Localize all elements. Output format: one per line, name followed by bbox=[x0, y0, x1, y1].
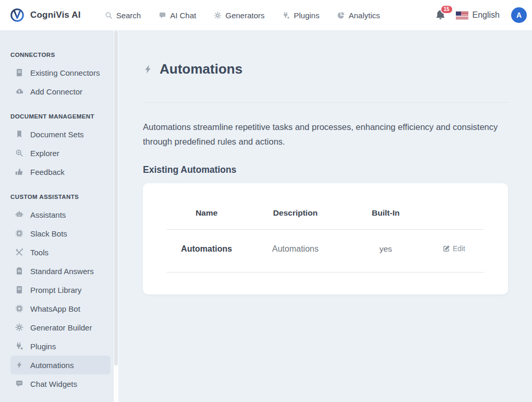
sidebar-item-label: Automations bbox=[30, 361, 74, 370]
sidebar-item-feedback[interactable]: Feedback bbox=[10, 162, 111, 181]
sidebar-item-standard-answers[interactable]: Standard Answers bbox=[10, 262, 111, 280]
nav-item-analytics[interactable]: Analytics bbox=[337, 11, 380, 20]
clipboard-icon bbox=[15, 267, 23, 275]
nav-item-label: Generators bbox=[225, 11, 264, 20]
sidebar-section-document-management: DOCUMENT MANAGEMENT bbox=[0, 113, 114, 120]
topbar-right: 15 English A bbox=[436, 7, 532, 23]
main-content: Automations Automations streamline repet… bbox=[118, 31, 532, 402]
column-header-description: Description bbox=[246, 208, 344, 230]
column-header-actions bbox=[427, 208, 484, 230]
page-title-row: Automations bbox=[143, 52, 508, 87]
sidebar-section-custom-assistants: CUSTOM ASSISTANTS bbox=[0, 194, 114, 200]
language-label: English bbox=[473, 10, 500, 20]
nav-item-ai-chat[interactable]: AI Chat bbox=[159, 11, 196, 20]
search-plus-icon bbox=[15, 149, 23, 157]
cell-description: Automations bbox=[246, 229, 344, 272]
journal-icon bbox=[15, 68, 23, 77]
bookmark-icon bbox=[15, 130, 23, 138]
sidebar-scrollbar-thumb[interactable] bbox=[114, 31, 118, 365]
cell-name: Automations bbox=[167, 229, 246, 272]
sidebar-item-tools[interactable]: Tools bbox=[10, 243, 111, 262]
bolt-icon bbox=[15, 361, 23, 369]
language-selector[interactable]: English bbox=[456, 10, 500, 20]
sidebar-item-label: WhatsApp Bot bbox=[30, 304, 80, 313]
nav-item-search[interactable]: Search bbox=[105, 11, 141, 20]
plug-icon bbox=[282, 11, 290, 19]
gear-icon bbox=[15, 323, 23, 332]
top-navigation: Search AI Chat Generators Plugins Analyt… bbox=[105, 11, 380, 20]
journal-icon bbox=[15, 286, 23, 294]
nav-item-label: Search bbox=[116, 11, 141, 20]
notifications-button[interactable]: 15 bbox=[436, 9, 445, 21]
automations-table-card: Name Description Built-In Automations Au… bbox=[143, 183, 508, 294]
notification-badge: 15 bbox=[440, 5, 453, 14]
sidebar-item-chat-widgets[interactable]: Chat Widgets bbox=[10, 374, 111, 393]
sidebar-item-slack-bots[interactable]: Slack Bots bbox=[10, 224, 111, 243]
nav-item-generators[interactable]: Generators bbox=[214, 11, 264, 20]
nav-item-label: AI Chat bbox=[170, 11, 196, 20]
sidebar-item-document-sets[interactable]: Document Sets bbox=[10, 125, 111, 144]
title-divider bbox=[143, 102, 508, 103]
sidebar-item-generator-builder[interactable]: Generator Builder bbox=[10, 318, 111, 337]
sidebar-item-add-connector[interactable]: Add Connector bbox=[10, 82, 111, 101]
sidebar-item-prompt-library[interactable]: Prompt Library bbox=[10, 280, 111, 299]
edit-button[interactable]: Edit bbox=[443, 244, 465, 253]
sidebar-item-label: Assistants bbox=[30, 210, 66, 219]
cell-built-in: yes bbox=[344, 229, 427, 272]
existing-automations-heading: Existing Automations bbox=[143, 164, 508, 175]
table-row: Automations Automations yes Edit bbox=[167, 229, 484, 272]
thumbs-up-icon bbox=[15, 168, 23, 176]
robot-icon bbox=[15, 210, 23, 219]
brand[interactable]: CogniVis AI bbox=[0, 7, 81, 23]
sidebar-item-label: Existing Connectors bbox=[30, 68, 100, 77]
nav-item-plugins[interactable]: Plugins bbox=[282, 11, 319, 20]
edit-button-label: Edit bbox=[453, 244, 465, 253]
sidebar-scrollbar-track[interactable] bbox=[114, 31, 118, 402]
column-header-built-in: Built-In bbox=[344, 208, 427, 230]
sidebar-item-whatsapp-bot[interactable]: WhatsApp Bot bbox=[10, 299, 111, 318]
us-flag-icon bbox=[456, 11, 468, 19]
cell-actions: Edit bbox=[427, 229, 484, 272]
sidebar-section-connectors: CONNECTORS bbox=[0, 52, 114, 58]
page-title: Automations bbox=[160, 61, 243, 77]
sidebar-item-assistants[interactable]: Assistants bbox=[10, 205, 111, 224]
sidebar-item-label: Chat Widgets bbox=[30, 380, 77, 388]
sidebar-item-label: Document Sets bbox=[30, 130, 84, 139]
pencil-square-icon bbox=[443, 245, 450, 252]
bolt-icon bbox=[143, 64, 153, 74]
chip-icon bbox=[15, 229, 23, 238]
sidebar-item-label: Explorer bbox=[30, 149, 59, 158]
sidebar-item-label: Standard Answers bbox=[30, 267, 94, 276]
sidebar-item-label: Prompt Library bbox=[30, 286, 81, 294]
sidebar-item-label: Tools bbox=[30, 248, 49, 257]
topbar: CogniVis AI Search AI Chat Generators Pl… bbox=[0, 0, 532, 31]
chat-icon bbox=[159, 11, 166, 19]
page-description: Automations streamline repetitive tasks … bbox=[143, 120, 508, 149]
sidebar-item-label: Plugins bbox=[30, 342, 56, 351]
avatar[interactable]: A bbox=[511, 7, 527, 23]
plug-icon bbox=[15, 342, 23, 350]
sidebar-item-explorer[interactable]: Explorer bbox=[10, 144, 111, 162]
sidebar-item-label: Feedback bbox=[30, 168, 65, 176]
gear-icon bbox=[214, 11, 222, 19]
cloud-upload-icon bbox=[15, 87, 23, 96]
pie-chart-icon bbox=[337, 11, 345, 19]
nav-item-label: Analytics bbox=[348, 11, 380, 20]
sidebar-item-plugins[interactable]: Plugins bbox=[10, 337, 111, 356]
sidebar-item-automations[interactable]: Automations bbox=[10, 356, 111, 374]
automations-table: Name Description Built-In Automations Au… bbox=[167, 208, 484, 273]
chat-dots-icon bbox=[15, 380, 23, 388]
sidebar: CONNECTORS Existing Connectors Add Conne… bbox=[0, 31, 114, 402]
sidebar-item-label: Add Connector bbox=[30, 87, 82, 96]
column-header-name: Name bbox=[167, 208, 246, 230]
sidebar-item-existing-connectors[interactable]: Existing Connectors bbox=[10, 63, 111, 82]
nav-item-label: Plugins bbox=[294, 11, 319, 20]
search-icon bbox=[105, 11, 113, 19]
cognivis-logo-icon bbox=[9, 7, 25, 23]
table-header-row: Name Description Built-In bbox=[167, 208, 484, 230]
tools-icon bbox=[15, 248, 23, 256]
chip-icon bbox=[15, 304, 23, 313]
sidebar-item-label: Slack Bots bbox=[30, 229, 67, 238]
brand-name: CogniVis AI bbox=[30, 10, 81, 20]
sidebar-item-label: Generator Builder bbox=[30, 323, 92, 332]
